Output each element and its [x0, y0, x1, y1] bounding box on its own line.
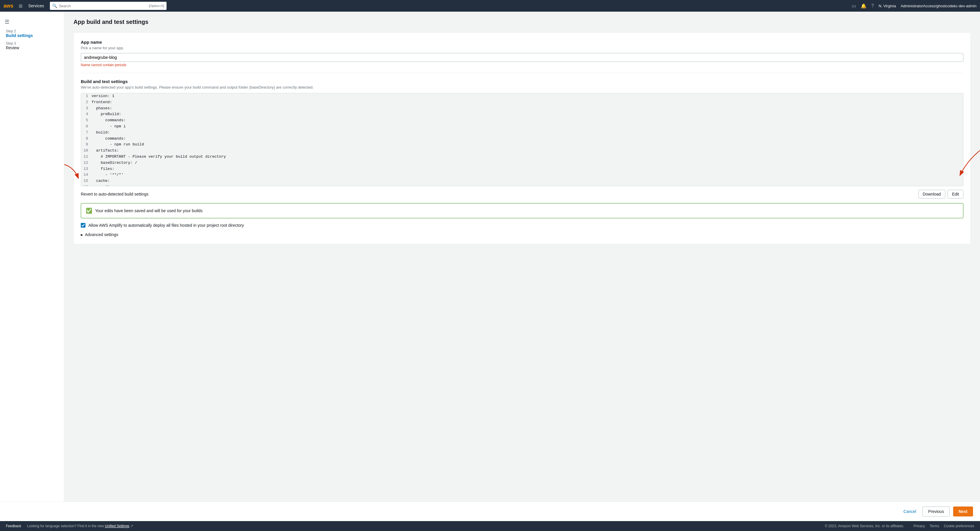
code-line: 14 - '**/*' — [81, 172, 963, 178]
line-content: # IMPORTANT - Please verify your build o… — [92, 154, 226, 160]
search-input[interactable] — [59, 4, 149, 8]
advanced-settings-label: Advanced settings — [85, 232, 118, 237]
aws-logo[interactable]: aws — [3, 2, 15, 10]
sidebar-step-label: Step 3 — [6, 41, 58, 46]
line-content: cache: — [92, 178, 110, 184]
code-line: 1version: 1 — [81, 93, 963, 99]
line-content: phases: — [92, 106, 112, 112]
revert-row: Revert to auto-detected build settings D… — [81, 190, 963, 198]
line-content: commands: — [92, 136, 126, 142]
code-line: 4 preBuild: — [81, 111, 963, 117]
app-name-input[interactable] — [81, 53, 963, 62]
checkbox-label: Allow AWS Amplify to automatically deplo… — [88, 223, 244, 228]
grid-icon[interactable]: ⊞ — [19, 3, 22, 9]
line-content: paths: — [92, 184, 115, 186]
sidebar-step-title: Review — [6, 46, 58, 50]
line-number: 13 — [81, 166, 92, 172]
help-icon[interactable]: ? — [871, 3, 874, 8]
code-line: 8 commands: — [81, 136, 963, 142]
app-name-hint: Pick a name for your app. — [81, 46, 963, 50]
line-number: 12 — [81, 160, 92, 166]
footer-center-text: Looking for language selection? Find it … — [21, 524, 825, 528]
code-line: 6 - npm i — [81, 124, 963, 130]
top-navigation: aws ⊞ Services 🔍 [Option+S] ▭ 🔔 ? N. Vir… — [0, 0, 980, 12]
code-line: 2frontend: — [81, 99, 963, 106]
line-number: 9 — [81, 142, 92, 148]
line-number: 5 — [81, 117, 92, 124]
success-icon: ✅ — [86, 208, 92, 214]
chevron-right-icon: ▶ — [81, 233, 83, 236]
line-number: 8 — [81, 136, 92, 142]
region-selector[interactable]: N. Virginia — [878, 4, 896, 8]
line-content: baseDirectory: / — [92, 160, 137, 166]
search-icon: 🔍 — [52, 3, 57, 8]
app-name-label: App name — [81, 40, 963, 44]
app-name-section: App name Pick a name for your app. Name … — [73, 32, 970, 244]
line-content: commands: — [92, 117, 126, 124]
footer-copyright: © 2023, Amazon Web Services, Inc. or its… — [825, 524, 904, 528]
footer-right: © 2023, Amazon Web Services, Inc. or its… — [825, 524, 974, 528]
code-line: 15 cache: — [81, 178, 963, 184]
hamburger-menu[interactable]: ☰ — [0, 16, 64, 27]
line-content: artifacts: — [92, 148, 119, 154]
checkbox-row: Allow AWS Amplify to automatically deplo… — [81, 223, 963, 228]
search-bar[interactable]: 🔍 [Option+S] — [50, 2, 167, 10]
svg-text:aws: aws — [3, 3, 13, 9]
main-content: 1 2 App build an — [64, 12, 980, 502]
line-number: 10 — [81, 148, 92, 154]
line-number: 16 — [81, 184, 92, 186]
line-number: 11 — [81, 154, 92, 160]
account-menu[interactable]: AdministratorAccess/ghostcodekc-dev-admi… — [900, 4, 977, 8]
cancel-button[interactable]: Cancel — [900, 507, 920, 515]
revert-actions: Download Edit — [918, 190, 963, 198]
footer-looking-text: Looking for language selection? Find it … — [27, 524, 105, 528]
sidebar-step-title: Build settings — [6, 33, 58, 38]
sidebar: ☰ Step 2Build settingsStep 3Review — [0, 12, 64, 502]
code-editor[interactable]: 1version: 12frontend:3 phases:4 preBuild… — [81, 93, 963, 186]
line-content: version: 1 — [92, 93, 115, 99]
sidebar-step[interactable]: Step 2Build settings — [0, 27, 64, 40]
build-settings-hint: We've auto-detected your app's build set… — [81, 85, 963, 89]
app-name-error: Name cannot contain periods — [81, 63, 963, 67]
bottom-footer: Feedback Looking for language selection?… — [0, 521, 980, 531]
code-line: 16 paths: — [81, 184, 963, 186]
cloud-shell-icon[interactable]: ▭ — [852, 3, 856, 9]
code-line: 10 artifacts: — [81, 148, 963, 154]
terms-link[interactable]: Terms — [929, 524, 939, 528]
bell-icon[interactable]: 🔔 — [861, 3, 867, 9]
next-button[interactable]: Next — [953, 507, 973, 517]
sidebar-step-label: Step 2 — [6, 29, 58, 33]
edit-button[interactable]: Edit — [948, 190, 963, 198]
line-content: build: — [92, 130, 110, 136]
advanced-settings-toggle[interactable]: ▶ Advanced settings — [81, 232, 963, 237]
download-button[interactable]: Download — [918, 190, 945, 198]
action-bar: Cancel Previous Next — [0, 502, 980, 521]
line-content: - '**/*' — [92, 172, 123, 178]
line-number: 2 — [81, 99, 92, 106]
code-line: 12 baseDirectory: / — [81, 160, 963, 166]
revert-label: Revert to auto-detected build settings — [81, 192, 148, 197]
services-nav-button[interactable]: Services — [26, 2, 46, 10]
line-content: frontend: — [92, 99, 112, 106]
success-banner: ✅ Your edits have been saved and will be… — [81, 203, 963, 218]
feedback-link[interactable]: Feedback — [6, 524, 21, 528]
line-number: 7 — [81, 130, 92, 136]
nav-right: ▭ 🔔 ? N. Virginia AdministratorAccess/gh… — [852, 3, 977, 9]
previous-button[interactable]: Previous — [923, 507, 950, 517]
app-body: ☰ Step 2Build settingsStep 3Review 1 2 — [0, 12, 980, 502]
line-content: preBuild: — [92, 111, 121, 117]
sidebar-step[interactable]: Step 3Review — [0, 40, 64, 52]
line-number: 6 — [81, 124, 92, 130]
line-content: - npm run build — [92, 142, 144, 148]
deploy-checkbox[interactable] — [81, 223, 86, 228]
external-link-icon: ↗ — [130, 524, 133, 528]
privacy-link[interactable]: Privacy — [913, 524, 925, 528]
line-content: files: — [92, 166, 115, 172]
aws-logo-icon: aws — [3, 2, 15, 10]
cookie-preferences-link[interactable]: Cookie preferences — [944, 524, 974, 528]
code-line: 11 # IMPORTANT - Please verify your buil… — [81, 154, 963, 160]
unified-settings-link[interactable]: Unified Settings — [105, 524, 129, 528]
line-number: 1 — [81, 93, 92, 99]
code-line: 13 files: — [81, 166, 963, 172]
line-number: 3 — [81, 106, 92, 112]
